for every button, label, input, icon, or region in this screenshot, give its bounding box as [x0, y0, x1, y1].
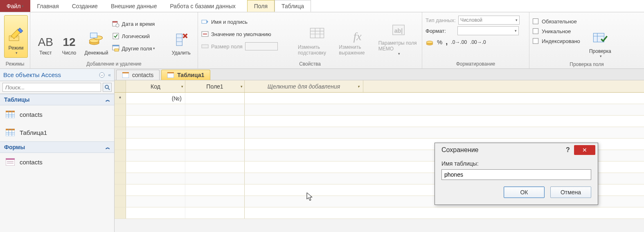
nav-search-input[interactable]: [2, 83, 101, 92]
doc-tab-contacts[interactable]: contacts: [116, 70, 160, 80]
add-logical-button[interactable]: Логический: [112, 31, 168, 41]
validation-button[interactable]: Проверка▾: [584, 16, 616, 61]
svg-point-7: [116, 24, 119, 27]
view-mode-button[interactable]: Режим▾: [4, 15, 28, 58]
nav-section-tables[interactable]: Таблицы ︽: [0, 94, 114, 105]
delete-column-icon: [173, 32, 189, 48]
nav-table-table1[interactable]: Таблица1: [0, 123, 114, 141]
dialog-cancel-button[interactable]: Отмена: [550, 187, 591, 198]
group-modes: Режим▾ Режимы: [0, 12, 30, 68]
table-palette-icon: [112, 45, 119, 52]
new-row-marker: *: [115, 93, 126, 104]
magnifier-icon: [104, 84, 110, 90]
group-validation: Обязательное Уникальное Индексировано Пр…: [529, 12, 644, 68]
svg-rect-27: [6, 129, 15, 130]
table-icon: [6, 111, 15, 118]
dialog-ok-button[interactable]: ОК: [504, 187, 545, 198]
add-currency-field-button[interactable]: Денежный: [81, 14, 112, 58]
svg-rect-16: [311, 28, 324, 38]
svg-rect-15: [202, 45, 208, 48]
new-row-id-cell[interactable]: (№): [126, 93, 185, 104]
svg-rect-30: [7, 161, 14, 162]
nav-form-contacts[interactable]: contacts: [0, 153, 114, 171]
unique-checkbox[interactable]: Уникальное: [533, 26, 580, 36]
svg-rect-33: [122, 72, 129, 73]
dialog-titlebar: Сохранение ? ✕: [435, 143, 598, 157]
memo-params-button: ab| Параметры поля MEMO▾: [378, 14, 419, 58]
datasheet-new-row[interactable]: * (№): [115, 93, 644, 104]
nav-pane-header[interactable]: Все объекты Access «: [0, 69, 114, 81]
dialog-help-button[interactable]: ?: [562, 146, 574, 154]
collapse-pane-icon[interactable]: «: [108, 72, 111, 78]
table-icon: [167, 72, 174, 78]
svg-rect-13: [202, 20, 207, 23]
svg-rect-25: [6, 111, 15, 112]
text-ab-icon: AB: [38, 34, 53, 50]
svg-rect-4: [90, 33, 97, 38]
workspace: Все объекты Access « Таблицы ︽ contacts …: [0, 69, 644, 232]
format-combo[interactable]: ▾: [457, 26, 519, 35]
row-selector-header[interactable]: [115, 80, 126, 92]
nav-search-row: [0, 81, 114, 94]
calendar-clock-icon: [112, 20, 119, 27]
nav-search-button[interactable]: [103, 83, 112, 92]
add-other-fields-button[interactable]: Другие поля▾: [112, 43, 168, 54]
column-header-field1[interactable]: Поле1▾: [185, 80, 245, 92]
validation-check-icon: [592, 30, 608, 46]
tab-home[interactable]: Главная: [30, 0, 65, 12]
currency-format-button[interactable]: [426, 38, 434, 46]
field-size-input: [245, 42, 278, 50]
collapse-section-icon: ︽: [106, 97, 110, 103]
document-tabs: contacts Таблица1: [115, 69, 644, 80]
svg-rect-29: [6, 158, 15, 160]
table-icon: [122, 72, 129, 78]
dialog-title-text: Сохранение: [441, 146, 478, 154]
ruler-pencil-icon: [8, 27, 24, 43]
svg-rect-11: [115, 49, 119, 51]
group-label-modes: Режимы: [3, 60, 27, 68]
column-header-add[interactable]: Щелкните для добавления▾: [245, 80, 363, 92]
table-icon: [6, 129, 15, 136]
name-caption-button[interactable]: Имя и подпись: [201, 16, 295, 27]
tab-fields[interactable]: Поля: [247, 0, 275, 12]
delete-field-button[interactable]: Удалить: [168, 14, 194, 58]
nav-table-contacts[interactable]: contacts: [0, 105, 114, 123]
tab-external-data[interactable]: Внешние данные: [104, 0, 164, 12]
column-header-id[interactable]: Код▾: [126, 80, 185, 92]
doc-tab-table1[interactable]: Таблица1: [161, 70, 210, 80]
tab-create[interactable]: Создание: [65, 0, 104, 12]
percent-button[interactable]: %: [437, 39, 442, 45]
datasheet-empty-row: [115, 104, 644, 116]
nav-section-forms[interactable]: Формы ︽: [0, 141, 114, 153]
indexed-checkbox[interactable]: Индексировано: [533, 36, 580, 46]
save-as-dialog: Сохранение ? ✕ Имя таблицы: ОК Отмена: [435, 143, 598, 205]
data-type-label: Тип данных:: [426, 17, 456, 23]
group-formatting: Тип данных: Числовой▾ Формат: ▾ % , .0→.…: [422, 12, 529, 68]
data-type-combo[interactable]: Числовой▾: [458, 16, 520, 25]
modify-lookup-button: Изменить подстановку: [298, 14, 336, 58]
add-text-field-button[interactable]: AB Текст: [34, 14, 58, 58]
group-label-validation: Проверка поля: [533, 61, 641, 69]
datasheet-empty-row: [115, 116, 644, 127]
group-label-properties: Свойства: [201, 60, 419, 68]
tab-database-tools[interactable]: Работа с базами данных: [163, 0, 242, 12]
default-value-button[interactable]: Значение по умолчанию: [201, 29, 295, 39]
required-checkbox[interactable]: Обязательное: [533, 16, 580, 26]
svg-point-20: [426, 41, 433, 43]
datasheet-empty-row: [115, 207, 644, 219]
tab-table[interactable]: Таблица: [275, 0, 311, 12]
add-number-field-button[interactable]: 12 Число: [58, 14, 81, 58]
file-menu[interactable]: Файл▾: [0, 0, 30, 12]
dropdown-circle-icon[interactable]: [99, 72, 105, 78]
increase-decimals-button[interactable]: .0→.00: [451, 39, 467, 45]
dialog-close-button[interactable]: ✕: [574, 145, 595, 155]
group-label-formatting: Форматирование: [426, 60, 526, 68]
add-datetime-button[interactable]: Дата и время: [112, 18, 168, 29]
new-row-field1-cell[interactable]: [185, 93, 245, 104]
menu-bar: Файл▾ Главная Создание Внешние данные Ра…: [0, 0, 644, 12]
thousands-button[interactable]: ,: [446, 38, 448, 46]
table-name-input[interactable]: [441, 169, 591, 180]
field-size-icon: [201, 43, 209, 50]
svg-rect-31: [7, 163, 14, 164]
decrease-decimals-button[interactable]: .00→.0: [470, 39, 486, 45]
